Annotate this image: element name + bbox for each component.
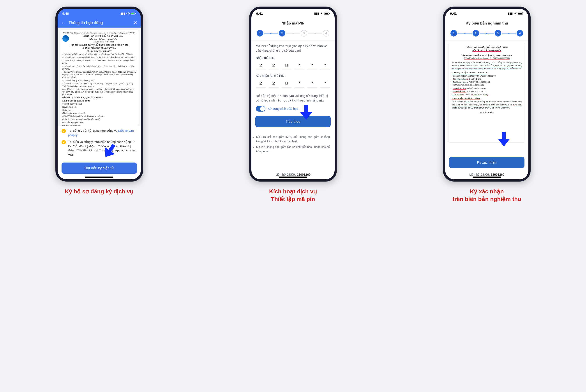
caption-1: Ký hồ sơ đăng ký dịch vụ <box>65 188 134 195</box>
pin-input-row[interactable]: 2 2 8 * * * <box>251 60 335 72</box>
status-icons: ▮▮▮ <box>508 12 524 15</box>
pin-digit[interactable]: 2 <box>256 79 266 88</box>
phone-frame-1: 9:48 ▮▮▮ 4G ← Thông tin hợp đồng ✕ Mẫu 0… <box>55 6 143 182</box>
doc-law1: – Căn cứ Bộ luật dân sự số 91/2015/QH13 … <box>62 53 136 56</box>
hotline-number[interactable]: 18001260 <box>491 173 504 176</box>
status-bar: 9:48 ▮▮▮ 4G <box>58 9 141 18</box>
home-indicator <box>85 176 113 178</box>
home-indicator <box>473 176 501 178</box>
consent-text-1: Tôi đồng ý với nội dung hợp đồng và Điều… <box>68 128 137 137</box>
pin-digit[interactable]: 2 <box>269 79 278 88</box>
signal-icon: ▮▮▮ <box>120 12 125 15</box>
battery-icon <box>324 12 330 15</box>
consent-item-2[interactable]: ✓ Tôi hiểu và đồng ý thực hiện những hàn… <box>62 140 137 157</box>
doc-cccd: CCCD/CMND/Hộ chiếu số: Ngày cấp: Nơi cấp… <box>62 115 136 118</box>
doc2-nbd: • Ngày bắt đầu: 12/09/2022 13:51:00 <box>452 87 522 90</box>
screen-1: 9:48 ▮▮▮ 4G ← Thông tin hợp đồng ✕ Mẫu 0… <box>58 9 141 180</box>
contact-line: Liên hệ CSKH: 18001260 <box>445 171 528 180</box>
column-3: 9:41 ▮▮▮ Ký biên bản nghiệm thu 1 2 3 4 <box>441 6 533 203</box>
status-icons: ▮▮▮ <box>314 12 330 15</box>
doc2-motto: Độc lập – Tự do – Hạnh phúc <box>452 49 522 52</box>
doc-law2: – Căn cứ Luật Thương mại số 36/2005/QH11… <box>62 56 136 58</box>
doc-qt: Quốc tịch (áp dụng với người nước ngoài)… <box>62 118 136 120</box>
doc-tc: Tên Cơ quan/Tổ chức: <box>62 102 136 105</box>
close-icon[interactable]: ✕ <box>134 20 137 26</box>
step-4: 4 <box>517 30 523 36</box>
step-3: 3 <box>301 30 307 36</box>
pin-digit[interactable]: 2 <box>256 61 266 70</box>
document-scroll[interactable]: Mẫu 07: Hợp đồng cung cấp và sử dụng dịc… <box>58 28 141 126</box>
pin-digit[interactable]: 8 <box>281 61 291 70</box>
doc-law3: – Căn cứ Luật Giao dịch điện tử số 51/20… <box>62 59 136 64</box>
doc-ndd: Người đại diện: <box>62 106 136 108</box>
step-3: 3 <box>495 30 501 36</box>
doc-law6: – Căn cứ pháp lý khác có liên quan; <box>62 79 136 82</box>
doc2-sign-heading: KÝ XÁC NHẬN <box>452 111 522 114</box>
stepper: 1 2 3 4 <box>445 29 528 41</box>
phone-frame-3: 9:41 ▮▮▮ Ký biên bản nghiệm thu 1 2 3 4 <box>443 6 531 182</box>
doc-dc: Địa chỉ trụ sở giao dịch: <box>62 121 136 124</box>
acceptance-document[interactable]: CỘNG HÒA XÃ HỘI CHỦ NGHĨA VIỆT NAM Độc l… <box>448 43 525 142</box>
phone-frame-2: 9:41 ▮▮▮ Nhập mã PIN 1 2 3 4 Mã P <box>249 6 337 182</box>
stepper: 1 2 3 4 <box>251 29 335 41</box>
doc2-serial: • Serial: 540101015c41260df5173793c8dbe2… <box>452 74 522 78</box>
consent-item-1[interactable]: ✓ Tôi đồng ý với nội dung hợp đồng và Đi… <box>62 128 137 137</box>
home-indicator <box>279 176 307 178</box>
doc2-p2: Tôi đã kiểm tra và xác nhận thông tin dị… <box>452 100 522 110</box>
pin-digit[interactable]: * <box>308 61 317 70</box>
pin-label: Nhập mã PIN <box>251 54 335 60</box>
pin-digit[interactable]: 8 <box>281 79 291 88</box>
doc-title2: CHỮ KÝ SỐ CÔNG CỘNG VNPT-CA <box>62 47 136 50</box>
doc-law4: – Căn cứ Luật Công nghệ thông tin số 67/… <box>62 65 136 70</box>
biometric-toggle[interactable] <box>256 106 265 112</box>
contact-line: Liên hệ CSKH: 18001260 <box>251 171 335 180</box>
pin-digit[interactable]: * <box>295 61 305 70</box>
status-bar: 9:41 ▮▮▮ <box>445 9 528 18</box>
hotline-number[interactable]: 18001260 <box>297 173 311 176</box>
pin-digit[interactable]: * <box>320 79 330 88</box>
checkmark-icon: ✓ <box>62 140 66 144</box>
screen-3: 9:41 ▮▮▮ Ký biên bản nghiệm thu 1 2 3 4 <box>445 9 528 180</box>
next-button[interactable]: Tiếp theo <box>255 116 331 127</box>
biometric-label: Sử dụng sinh trắc học <box>267 107 298 110</box>
column-2: 9:41 ▮▮▮ Nhập mã PIN 1 2 3 4 Mã P <box>247 6 339 203</box>
consent-section: ✓ Tôi đồng ý với nội dung hợp đồng và Đi… <box>58 126 141 161</box>
start-sign-button[interactable]: Bắt đầu ký điện tử <box>62 162 137 174</box>
battery-icon <box>131 12 136 15</box>
signal-icon: ▮▮▮ <box>314 12 319 15</box>
doc2-intro: VNPT xin trân trọng cảm ơn khách hàng đã… <box>452 61 522 70</box>
pin-digit[interactable]: 2 <box>269 61 278 70</box>
doc2-head: XÁC NHẬN NGHIỆM THU DỊCH VỤ VNPT SMARTCA <box>452 54 522 57</box>
wifi-icon <box>320 12 323 15</box>
doc-law5: – Căn cứ Nghị định số 130/2018/NĐ-CP ngà… <box>62 71 136 78</box>
pin-digit[interactable]: * <box>308 79 317 88</box>
pin-confirm-label: Xác nhận lại mã PIN <box>251 72 335 78</box>
doc2-h1: 1. Thông tin dịch vụ VNPT SmartCA: <box>452 71 488 74</box>
back-icon[interactable]: ← <box>61 20 66 26</box>
status-bar: 9:41 ▮▮▮ <box>251 9 335 18</box>
status-icons: ▮▮▮ 4G <box>120 12 136 15</box>
svg-rect-6 <box>325 13 328 14</box>
doc-date: Ngày 06 tháng 4 năm 2023 <box>71 41 136 43</box>
doc-uq: (Theo giấy ủy quyền số ) <box>62 112 136 114</box>
doc-law7: – Căn cứ vào Phiếu đề nghị cung cấp dịch… <box>62 82 136 88</box>
doc2-goi: • Gói dịch vụ: VNPT SmartCA 12 tháng <box>452 93 522 96</box>
doc-benA: BÊN SỬ DỤNG DỊCH VỤ (Gọi tắt là Bên A): <box>62 96 136 99</box>
doc2-ten: • Tên khách hàng: Dao thi Dung <box>452 78 522 80</box>
doc-dtweb: Điện thoại: Website: <box>62 124 136 126</box>
caption-2: Kích hoạt dịch vụThiết lập mã pin <box>269 188 317 203</box>
pin-digit[interactable]: * <box>320 61 330 70</box>
wifi-icon <box>513 12 517 15</box>
pin-digit[interactable]: * <box>295 79 305 88</box>
confirm-sign-button[interactable]: Ký xác nhận <box>449 157 524 168</box>
clock: 9:48 <box>62 12 69 15</box>
signal-icon: ▮▮▮ <box>508 12 513 15</box>
pin-confirm-row[interactable]: 2 2 8 * * * <box>251 78 335 90</box>
step-2: 2 <box>473 30 479 36</box>
step-1: 1 <box>450 30 457 36</box>
page-title: Nhập mã PIN <box>251 18 335 29</box>
app-header: ← Thông tin hợp đồng ✕ <box>58 18 141 28</box>
pin-rule-2: Mã PIN không bao gồm các số liên tiếp nh… <box>256 145 330 154</box>
pin-rule-1: Mã PIN chỉ bao gồm ký tự số, không bao g… <box>256 135 330 144</box>
page-title: Ký biên bản nghiệm thu <box>445 18 528 29</box>
